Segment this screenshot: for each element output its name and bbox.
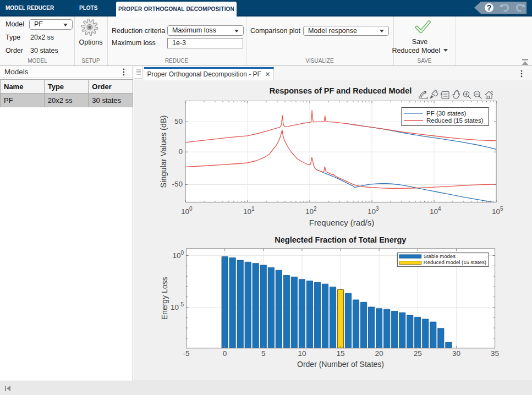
svg-text:-5: -5 xyxy=(183,349,189,358)
svg-text:30: 30 xyxy=(452,349,460,358)
svg-text:Singular Values (dB): Singular Values (dB) xyxy=(159,116,168,188)
svg-text:0: 0 xyxy=(223,349,227,358)
svg-text:25: 25 xyxy=(414,349,422,358)
svg-text:Responses of PF and Reduced Mo: Responses of PF and Reduced Model xyxy=(270,86,412,95)
svg-text:20: 20 xyxy=(375,349,383,358)
svg-text:?: ? xyxy=(487,3,492,12)
svg-text:Reduced (15 states): Reduced (15 states) xyxy=(426,117,484,124)
svg-text:35: 35 xyxy=(491,349,499,358)
svg-text:Order (Number of States): Order (Number of States) xyxy=(297,360,384,369)
svg-text:PF (30 states): PF (30 states) xyxy=(426,110,466,117)
svg-text:Frequency (rad/s): Frequency (rad/s) xyxy=(309,218,374,227)
svg-text:5: 5 xyxy=(261,349,266,358)
svg-text:Reduced model (15 states): Reduced model (15 states) xyxy=(424,259,486,265)
svg-text:Energy Loss: Energy Loss xyxy=(160,277,169,320)
svg-text:0: 0 xyxy=(178,147,183,156)
svg-text:10: 10 xyxy=(298,349,306,358)
svg-text:-50: -50 xyxy=(172,180,183,188)
svg-text:50: 50 xyxy=(174,117,183,125)
svg-text:15: 15 xyxy=(336,349,344,358)
svg-text:Neglected Fraction of Total En: Neglected Fraction of Total Energy xyxy=(275,235,406,244)
svg-text:Stable modes: Stable modes xyxy=(424,253,456,259)
